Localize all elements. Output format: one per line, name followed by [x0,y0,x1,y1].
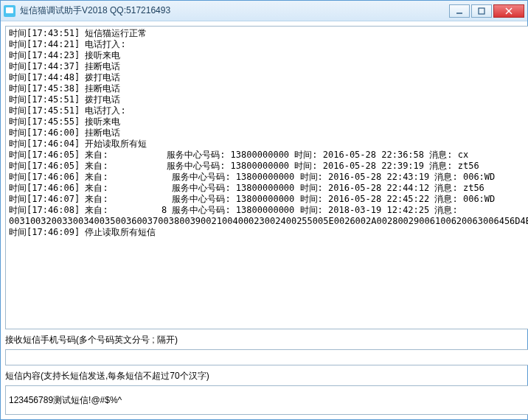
minimize-button[interactable] [449,4,470,18]
sms-content-input[interactable] [5,385,528,415]
close-button[interactable] [493,4,524,18]
svg-rect-1 [479,8,484,14]
recv-label: 接收短信手机号码(多个号码英文分号 ; 隔开) [5,334,528,346]
app-icon [4,5,15,17]
client-area: 时间[17:43:51] 短信猫运行正常 时间[17:44:21] 电话打入: … [1,21,527,419]
sms-content-label: 短信内容(支持长短信发送,每条短信不超过70个汉字) [5,370,528,382]
maximize-button[interactable] [471,4,492,18]
recv-phone-input[interactable] [5,349,528,365]
window-controls [449,4,524,18]
titlebar: 短信猫调试助手V2018 QQ:517216493 [1,1,527,21]
window-title: 短信猫调试助手V2018 QQ:517216493 [20,4,449,17]
app-window: 短信猫调试助手V2018 QQ:517216493 时间[17:43:51] 短… [0,0,528,420]
left-column: 时间[17:43:51] 短信猫运行正常 时间[17:44:21] 电话打入: … [5,26,528,415]
log-output[interactable]: 时间[17:43:51] 短信猫运行正常 时间[17:44:21] 电话打入: … [5,26,528,329]
